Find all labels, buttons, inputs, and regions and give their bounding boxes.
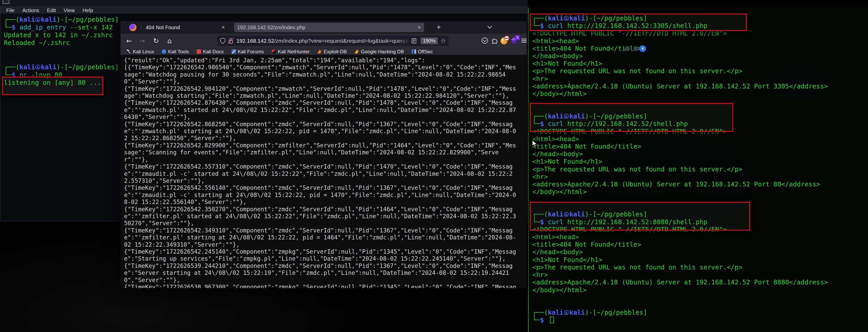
no-entry-badge-icon [504,36,509,41]
menu-item-help[interactable]: Help [79,7,97,13]
bookmark-kali-docs[interactable]: Kali Docs [197,49,223,55]
output-line: <hr> [532,173,868,180]
menu-item-edit[interactable]: Edit [43,7,60,13]
output-line: <title>404 Not Found</title> [532,241,868,248]
maximize-button[interactable] [633,46,638,51]
output-line: <address>Apache/2.4.18 (Ubuntu) Server a… [532,83,868,90]
menu-item-file[interactable]: File [2,7,18,13]
output-line: <!DOCTYPE HTML PUBLIC "-//IETF//DTD HTML… [532,128,868,135]
bookmark-kali-nethunter[interactable]: Kali NetHunter [272,49,310,55]
bookmark-star-icon[interactable]: ☆ [440,37,446,44]
terminal-block: ┌──(kalikkali)-[~/pg/pebbles]└─$ [532,309,868,324]
terminal-block: ┌──(kalikkali)-[~/pg/pebbles]└─$ curl ht… [532,14,868,97]
pocket-icon[interactable] [481,37,489,45]
output-line: </body></html> [532,188,868,195]
output-line: <!DOCTYPE HTML PUBLIC "-//IETF//DTD HTML… [532,226,868,233]
prompt-line: ┌──(kalikkali)-[~/pg/pebbles] [532,14,868,22]
exploit-db-favicon [318,50,322,54]
command-line: └─$ curl http://192.168.142.52:3305/shel… [532,22,868,29]
tab-list-chevron-icon[interactable] [487,25,493,29]
url-path: /zm/index.php?view=request&request=log&t… [274,38,410,44]
tab-title: 192.168.142.52/zm/index.php [237,25,415,31]
google-hacking-db-favicon [354,50,359,54]
output-line: </head><body> [532,248,868,256]
insecure-lock-icon[interactable] [228,38,234,44]
output-line: </body></html> [532,286,868,294]
reload-button[interactable]: ↻ [151,36,161,46]
bookmark-label: OffSec [418,49,433,55]
terminal-block: ┌──(kalikkali)-[~/pg/pebbles]└─$ curl ht… [532,113,868,195]
right-terminal-window[interactable]: ┌──(kalikkali)-[~/pg/pebbles]└─$ curl ht… [528,8,868,332]
bookmark-kali-tools[interactable]: Kali Tools [162,49,189,55]
terminal-titlebar-strip [0,0,528,7]
bookmark-label: Exploit-DB [324,49,347,55]
command-line: └─$ curl http://192.168.142.52/shell.php [532,120,868,127]
zoom-level-badge[interactable]: 190% [421,37,438,44]
output-line: <address>Apache/2.4.18 (Ubuntu) Server a… [532,278,868,286]
url-domain: 192.168.142.52 [237,38,274,44]
output-line: <h1>Not Found</h1> [532,158,868,165]
tab-title: 404 Not Found [146,25,219,31]
firefox-window: 404 Not Found × 192.168.142.52/zm/index.… [120,21,527,288]
window-icon[interactable] [3,0,9,4]
bookmark-kali-linux[interactable]: Kali Linux [127,49,154,55]
firefox-view-icon[interactable] [129,24,136,31]
reader-view-icon[interactable] [411,38,416,44]
output-line: <hr> [532,75,868,83]
right-terminal-body[interactable]: ┌──(kalikkali)-[~/pg/pebbles]└─$ curl ht… [529,8,868,324]
shield-icon[interactable] [220,38,225,44]
output-line: </body></html> [532,90,868,97]
bookmark-label: Kali NetHunter [278,49,310,55]
navigation-bar: ← → ↻ ⌂ 192.168.142.52/zm/index.php?view… [120,34,527,48]
tab-zm-index-php[interactable]: 192.168.142.52/zm/index.php × [234,23,424,32]
bookmark-label: Kali Tools [168,49,189,55]
bookmark-label: Kali Linux [133,49,154,55]
output-line: <title>404 Not Found</title> [532,45,868,52]
output-line: <html><head> [532,233,868,241]
url-text: 192.168.142.52/zm/index.php?view=request… [237,38,410,44]
extensions-puzzle-icon[interactable] [491,37,499,45]
bookmark-kali-forums[interactable]: Kali Forums [231,49,264,55]
mouse-cursor [532,140,538,147]
tab-404-not-found[interactable]: 404 Not Found × [143,23,228,32]
kali-forums-favicon [231,50,236,54]
command-line: └─$ [532,316,868,324]
url-bar[interactable]: 192.168.142.52/zm/index.php?view=request… [217,36,448,46]
output-line: <p>The requested URL was not found on th… [532,264,868,271]
bookmark-exploit-db[interactable]: Exploit-DB [318,49,347,55]
menu-item-view[interactable]: View [60,7,79,13]
bookmark-google-hacking-db[interactable]: Google Hacking DB [354,49,404,55]
forward-button[interactable]: → [137,36,147,46]
back-button[interactable]: ← [124,36,134,46]
menu-item-actions[interactable]: Actions [18,7,43,13]
output-line: <html><head> [532,135,868,143]
browser-content[interactable]: {"result":"Ok","updated":"Fri 3rd Jan, 2… [120,55,527,288]
output-line: <hr> [532,271,868,278]
tab-close-icon[interactable]: × [221,24,225,31]
extension-count-badge: 3 [515,35,520,40]
output-line: <p>The requested URL was not found on th… [532,165,868,173]
hamburger-menu-icon[interactable] [521,37,529,45]
output-line: </head><body> [532,150,868,158]
prompt-line: ┌──(kalikkali)-[~/pg/pebbles] [532,113,868,120]
log-text: {"result":"Ok","updated":"Fri 3rd Jan, 2… [120,55,519,288]
layers-extension-icon[interactable]: 3 [510,37,518,45]
kali-docs-favicon [197,50,201,54]
proxy-extension-icon[interactable] [500,37,508,45]
prompt-line: ┌──(kalikkali)-[~/pg/pebbles] [532,309,868,316]
close-window-button[interactable]: × [639,45,646,52]
output-line: <title>404 Not Found</title> [532,143,868,150]
home-button[interactable]: ⌂ [164,36,175,46]
terminal-menubar: FileActionsEditViewHelp [0,7,527,14]
minimize-button[interactable] [625,46,630,51]
output-line: </head><body> [532,52,868,60]
bookmark-offsec[interactable]: OffSec [412,49,433,55]
command-line: └─$ curl http://192.168.142.52:8080/shel… [532,218,868,226]
tab-close-icon[interactable]: × [417,24,421,31]
prompt-line: ┌──(kalikkali)-[~/pg/pebbles] [532,210,868,218]
output-line: <h1>Not Found</h1> [532,60,868,67]
output-line: <address>Apache/2.4.18 (Ubuntu) Server a… [532,180,868,188]
bookmarks-bar: Kali LinuxKali ToolsKali DocsKali Forums… [120,48,527,55]
new-tab-button[interactable]: + [434,23,443,32]
output-line: <h1>Not Found</h1> [532,256,868,264]
